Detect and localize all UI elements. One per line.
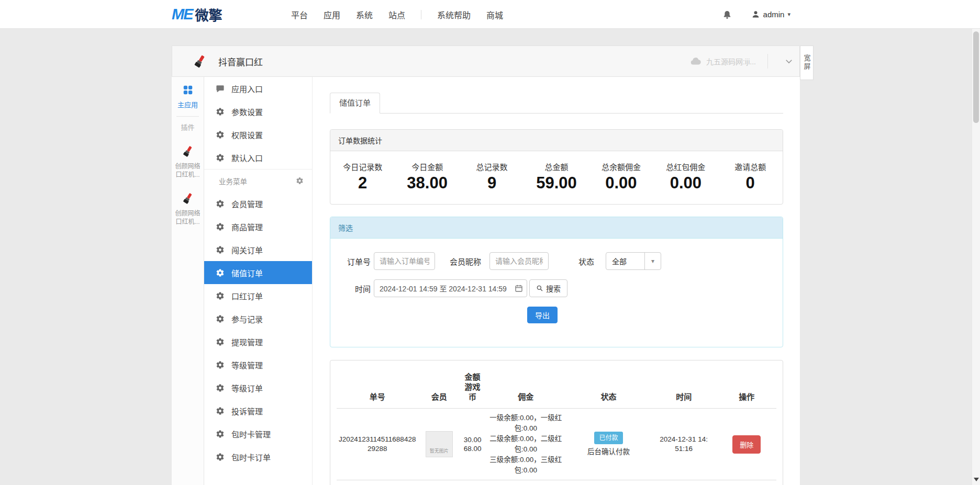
stat-value: 0.00 [589,174,653,193]
menu-item-product-mgmt[interactable]: 商品管理 [204,215,312,238]
nav-item-system-help[interactable]: 系统帮助 [437,8,471,21]
stat-invite-total: 邀请总额 0 [718,161,783,193]
stats-body: 今日记录数 2 今日金额 38.00 总记录数 9 总金额 59.00 总余额佣… [330,151,783,204]
menu-item-complaint-mgmt[interactable]: 投诉管理 [204,399,312,422]
nav-item-sites[interactable]: 站点 [388,8,405,21]
tab-recharge-orders[interactable]: 储值订单 [330,93,380,114]
gear-icon [216,153,225,162]
filter-row-3: 导出 [338,307,775,323]
order-no-label: 订单号 [338,256,374,267]
menu-item-label: 等级订单 [231,382,263,393]
stat-total-records: 总记录数 9 [460,161,524,193]
lipstick-icon [181,191,195,205]
menu-item-permission-settings[interactable]: 权限设置 [204,123,312,146]
member-nickname-input[interactable] [489,252,549,270]
gear-icon [216,245,225,254]
gear-icon [216,199,225,208]
menu-item-app-entry[interactable]: 应用入口 [204,77,312,100]
status-note: 后台确认付款 [569,447,648,457]
menu-settings-gear-icon[interactable] [296,177,304,185]
wechat-binding[interactable]: 九五源码网:iji... [689,55,756,67]
weengine-logo[interactable]: ME 微擎 [172,0,222,29]
filter-row-1: 订单号 会员昵称 状态 全部 ▾ [338,252,775,270]
menu-item-participation-records[interactable]: 参与记录 [204,307,312,330]
action-cell: 删除 [717,409,776,480]
search-button[interactable]: 搜索 [529,279,567,297]
menu-item-level-orders[interactable]: 等级订单 [204,376,312,399]
status-cell [566,480,650,485]
order-stats-panel: 订单数据统计 今日记录数 2 今日金额 38.00 总记录数 9 总金额 59.… [330,129,783,205]
member-cell [418,480,460,485]
menu-section-label: 业务菜单 [219,176,247,186]
menu-item-label: 口红订单 [231,290,263,301]
stat-value: 59.00 [524,174,588,193]
time-cell: 2024-12-31 14:51:16 [651,409,717,480]
filter-panel-title: 筛选 [330,217,783,239]
coins-value: 68.00 [464,444,482,453]
menu-item-label: 储值订单 [231,267,263,278]
stat-label: 总记录数 [460,161,524,172]
menu-item-default-entry[interactable]: 默认入口 [204,146,312,169]
stat-label: 邀请总额 [718,161,783,172]
member-nickname-label: 会员昵称 [435,256,489,267]
app-icon-sidebar: 主应用 插件 创颜网络口红机... 创颜网络口红机... [172,77,204,485]
menu-item-label: 会员管理 [231,198,263,209]
widescreen-toggle-button[interactable]: 宽屏 [800,46,814,80]
time-value: 2024-12-31 14:51:16 [660,435,708,454]
stat-value: 9 [460,174,524,193]
menu-item-param-settings[interactable]: 参数设置 [204,100,312,123]
menu-item-time-card-orders[interactable]: 包时卡订单 [204,445,312,468]
amount-value: 30.00 [464,435,482,444]
menu-item-challenge-orders[interactable]: 闯关订单 [204,238,312,261]
header-divider [767,54,768,69]
export-button[interactable]: 导出 [527,307,558,323]
nav-item-system[interactable]: 系统 [356,8,373,21]
collapse-header-button[interactable] [778,46,799,76]
menu-item-time-card-mgmt[interactable]: 包时卡管理 [204,422,312,445]
col-header-order-no: 单号 [337,364,418,409]
plugins-section-label: 插件 [172,122,204,132]
menu-item-withdrawal-mgmt[interactable]: 提现管理 [204,330,312,353]
gear-icon [216,430,225,438]
gear-icon [216,314,225,323]
table-row: 一级余额:0.00，一级红包:0.00 [337,480,776,485]
stat-label: 总红包佣金 [653,161,718,172]
order-no-input[interactable] [374,252,435,270]
col-header-commission: 佣金 [485,364,566,409]
menu-item-recharge-orders[interactable]: 储值订单 [204,261,312,284]
delete-button[interactable]: 删除 [732,435,761,454]
menu-item-label: 参数设置 [231,106,263,117]
stat-value: 0.00 [653,174,718,193]
stat-label: 今日金额 [395,161,459,172]
tab-bar: 储值订单 [330,93,783,114]
app-header-bar: 抖音赢口红 九五源码网:iji... [172,46,800,77]
filter-panel: 筛选 订单号 会员昵称 状态 全部 ▾ 时间 [330,217,783,347]
notification-bell-icon[interactable] [722,9,732,20]
app-header-right: 九五源码网:iji... [689,46,799,76]
menu-item-member-mgmt[interactable]: 会员管理 [204,192,312,215]
amount-cell [460,480,485,485]
nav-item-store[interactable]: 商城 [486,8,503,21]
gear-icon [216,222,225,231]
status-cell: 已付款 后台确认付款 [566,409,650,480]
sidebar-item-main-app[interactable]: 主应用 [172,77,204,109]
scrollbar-thumb[interactable] [973,31,979,123]
table-row: J202412311451168842829288 暂无图片 30.00 68.… [337,409,776,480]
sidebar-item-plugin[interactable]: 创颜网络口红机... [172,144,204,179]
menu-item-lipstick-orders[interactable]: 口红订单 [204,284,312,307]
scrollbar-down-arrow[interactable] [972,476,980,484]
gear-icon [216,337,225,346]
nav-item-apps[interactable]: 应用 [324,8,340,21]
nav-item-platform[interactable]: 平台 [291,8,308,21]
status-select[interactable]: 全部 ▾ [606,252,661,270]
menu-item-level-mgmt[interactable]: 等级管理 [204,353,312,376]
app-title: 抖音赢口红 [218,55,263,68]
sidebar-item-plugin[interactable]: 创颜网络口红机... [172,191,204,226]
user-menu[interactable]: admin ▾ [751,10,790,19]
stat-value: 2 [330,174,395,193]
col-header-status: 状态 [566,364,650,409]
time-range-input[interactable] [374,279,527,297]
member-cell: 暂无图片 [418,409,460,480]
commission-line: 二级余额:0.00，二级红包:0.00 [487,434,564,455]
menu-item-label: 参与记录 [231,313,263,324]
